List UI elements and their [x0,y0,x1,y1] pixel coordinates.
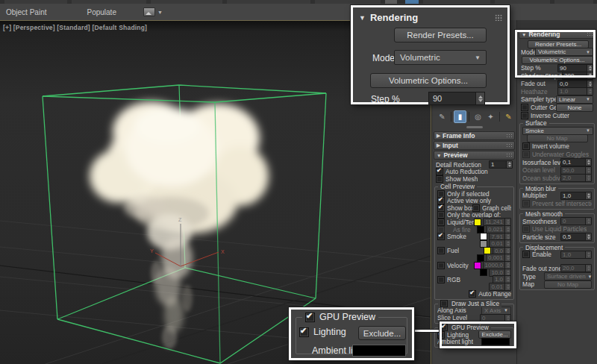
graph-cells-checkbox[interactable] [472,204,480,212]
isosurface-level-spinner[interactable] [585,159,591,166]
particle-size-field[interactable]: 0,5 [560,233,592,241]
velocity-checkbox[interactable] [437,262,445,269]
detail-reduction-field[interactable]: 1 [489,160,513,169]
smoothness-spinner [585,218,591,225]
render-presets-button[interactable]: Render Presets... [528,40,589,48]
step-spinner[interactable] [475,92,484,104]
swatchvalue-7-spinner [504,240,510,247]
drag-grip-icon[interactable] [506,134,512,139]
pen-icon[interactable]: ✎ [436,110,448,123]
check-icon: ✔ [438,204,443,210]
detail-reduction-spinner[interactable] [506,161,512,168]
show-box-checkbox[interactable]: ✔ [437,204,445,212]
drag-grip-icon[interactable] [587,32,593,37]
toolbar-separator [451,112,451,122]
tab-populate[interactable]: Populate [87,8,116,16]
cutter-geom-button[interactable]: None [556,104,593,112]
rollout-input[interactable]: ▶ Input [434,141,515,150]
exclude-button[interactable]: Exclude... [358,326,406,340]
render-presets-button[interactable]: Render Presets... [394,28,487,43]
auto-range-row: ✔Auto Range [436,290,513,298]
shadow-step-label: Shadow Step % [521,72,562,80]
only-the-overlap-of-checkbox[interactable] [437,211,445,219]
lighting-checkbox[interactable]: ✔ [437,331,445,339]
mesh-smooth-group: Mesh smoothSmoothness0Use Liquid Particl… [519,213,595,243]
type-dropdown: Surface driven▼ [544,272,592,280]
rollout-rendering[interactable]: ▼ Rendering [519,30,596,39]
rollout-frame-info[interactable]: ▶ Frame Info [434,131,515,140]
mode-value: Volumetric [538,48,566,55]
sampler-type-dropdown[interactable]: Linear▼ [556,95,593,104]
shadow-step-spinner[interactable] [587,72,593,79]
ambient-light-color-swatch[interactable] [481,338,510,345]
invert-volume-row: Invert volume [521,142,593,151]
multiplier-spinner[interactable] [585,192,591,199]
step-value: 90 [558,65,587,72]
draw-just-a-slice-checkbox[interactable] [440,300,448,307]
rgb-checkbox[interactable] [437,276,445,283]
mode-dropdown[interactable]: Volumetric▼ [535,48,593,56]
media-flyout[interactable]: ▼ [143,7,163,16]
gpu-preview-checkbox[interactable]: ✔ [305,313,315,322]
type-label: Type [522,273,536,280]
mode-dropdown[interactable]: Volumetric ▼ [394,50,487,65]
viewport-label[interactable]: [+] [Perspective] [Standard] [Default Sh… [3,24,147,31]
ambient-light-swatch[interactable] [352,345,406,357]
lighting-label: Lighting [313,327,346,337]
panel-resize-grip[interactable] [466,126,483,128]
step-field[interactable]: 90 [557,64,593,72]
step-spinner[interactable] [587,65,593,72]
image-icon [143,7,155,16]
use-liquid-particles-checkbox [522,225,530,233]
invert-volume-checkbox[interactable] [522,142,530,150]
volumetric-options-button[interactable]: Volumetric Options... [522,56,593,64]
prevent-self-intersection-row: Prevent self intersection [521,200,593,208]
ocean-level-field: 50,0 [560,166,592,175]
smoke-checkbox[interactable]: ✔ [437,233,445,240]
rollout-preview[interactable]: ▼ Preview [434,151,515,160]
fade-out-spinner[interactable] [587,81,593,87]
range-color-swatch[interactable] [480,240,487,248]
velocity-color-swatch[interactable] [474,262,481,269]
notes-icon[interactable]: ✎ [502,110,515,123]
shadow-step-field[interactable]: 200 [562,72,593,80]
multiplier-value: 1,0 [561,192,585,199]
preview-rollout-body: Detail Reduction1✔Auto ReductionShow Mes… [434,160,515,348]
chevron-down-icon: ▼ [586,274,593,279]
inverse-cutter-checkbox[interactable] [521,112,528,119]
drag-grip-icon[interactable] [506,153,512,158]
show-mesh-checkbox[interactable] [436,175,443,183]
cutter-geom-checkbox[interactable] [521,104,528,111]
as-fire-color-swatch[interactable] [477,226,484,233]
spark-icon[interactable]: ✦ [484,110,497,123]
simulation-tab-icon[interactable]: ▮ [454,110,466,123]
particle-size-spinner[interactable] [585,233,591,240]
slice-level-value: 0 [481,315,504,321]
surface-mode-dropdown[interactable]: Smoke▼ [522,127,593,135]
auto-reduction-checkbox[interactable]: ✔ [436,168,443,175]
isosurface-level-field[interactable]: 0,1 [560,158,592,166]
ambient-light-row: Ambient light [436,338,513,345]
drag-grip-icon[interactable] [506,143,512,148]
svg-text:Y: Y [150,248,154,254]
auto-range-checkbox[interactable]: ✔ [469,290,476,298]
svg-text:X: X [221,249,225,254]
volumetric-options-button[interactable]: Volumetric Options... [370,73,487,88]
no-map-row: No Map [521,135,593,143]
enable-checkbox[interactable] [522,251,530,258]
inverse-cutter-label: Inverse Cutter [531,112,569,119]
range-color-swatch[interactable] [480,269,487,276]
step-field[interactable]: 90 [428,92,485,105]
fuel-checkbox[interactable] [437,247,445,254]
rings-icon[interactable]: ◎ [472,110,484,123]
tab-object-paint[interactable]: Object Paint [6,8,46,16]
multiplier-field[interactable]: 1,0 [560,192,592,200]
liquid-temp-checkbox[interactable] [437,219,445,226]
velocity-row: Velocity1000,0 [436,262,513,269]
heathaze-value: 1,0 [558,88,587,95]
fade-out-field[interactable]: 0,0 [557,80,593,88]
smoke-color-swatch[interactable] [480,233,487,240]
volumetric-options-row: Volumetric Options... [519,56,595,64]
liquid-temp-color-swatch[interactable] [474,219,481,226]
lighting-checkbox[interactable]: ✔ [299,327,309,337]
